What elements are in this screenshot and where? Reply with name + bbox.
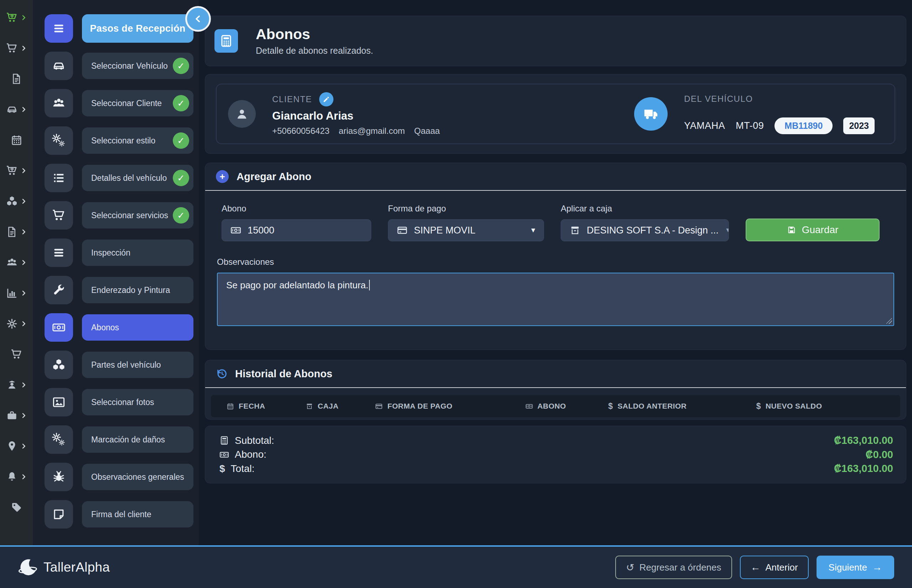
payment-method-select[interactable]: SINPE MOVIL ▼ [388, 219, 544, 241]
cart-icon [6, 42, 18, 54]
abono-history-panel: Historial de Abonos FECHA CAJA FORMA DE … [205, 360, 906, 420]
rail-item-statistics[interactable] [0, 278, 33, 308]
rail-item-clients[interactable] [0, 247, 33, 278]
rail-item-sales[interactable] [0, 33, 33, 63]
chevron-right-icon [21, 229, 27, 235]
client-phone: +50660056423 [272, 126, 329, 136]
rail-item-settings[interactable] [0, 308, 33, 339]
step-detalles-vehiculo[interactable]: Detalles del vehículo✓ [82, 165, 193, 191]
rail-item-notifications[interactable] [0, 461, 33, 492]
step-marcacion-danos[interactable]: Marcación de daños [82, 426, 193, 453]
main-content: Abonos Detalle de abonos realizados. CLI… [199, 0, 912, 545]
payment-method-label: Forma de pago [388, 204, 544, 213]
check-icon: ✓ [173, 170, 189, 186]
calendar-icon [11, 134, 23, 146]
steps-menu-button[interactable] [45, 14, 73, 43]
step-seleccionar-servicios[interactable]: Seleccionar servicios✓ [82, 202, 193, 228]
total-label: Total: [231, 463, 255, 475]
step-abonos[interactable]: Abonos [82, 314, 193, 341]
step-inspeccion[interactable]: Inspección [82, 239, 193, 266]
step-icon-observations[interactable] [45, 463, 73, 491]
client-vehicle-panel: CLIENTE Giancarlo Arias +50660056423 ari… [205, 74, 906, 154]
rail-item-staff[interactable] [0, 370, 33, 400]
vehicle-model: MT-09 [735, 120, 764, 131]
step-icon-inspection[interactable] [45, 239, 73, 267]
floppy-icon [787, 225, 796, 234]
bug-icon [52, 470, 66, 484]
cashbox-value: DESING SOFT S.A - Design ... [587, 225, 719, 236]
chevron-right-icon [21, 168, 27, 174]
step-partes-vehiculo[interactable]: Partes del vehículo [82, 352, 193, 378]
rail-item-tags[interactable] [0, 492, 33, 522]
step-icon-abonos[interactable] [45, 313, 73, 342]
chevron-right-icon [21, 260, 27, 265]
image-icon [52, 396, 66, 409]
step-observaciones-generales[interactable]: Observaciones generales [82, 464, 193, 490]
observations-textarea[interactable]: Se pago por adelantado la pintura. [217, 273, 894, 326]
chevron-right-icon [21, 198, 27, 204]
rail-item-reports-docs[interactable] [0, 216, 33, 247]
rail-item-inventory[interactable] [0, 186, 33, 216]
save-button[interactable]: Guardar [746, 218, 880, 241]
step-seleccionar-vehiculo[interactable]: Seleccionar Vehículo✓ [82, 53, 193, 79]
client-note: Qaaaa [414, 126, 440, 136]
next-button[interactable]: Siguiente → [816, 556, 894, 579]
rail-item-cart[interactable] [0, 339, 33, 370]
brand-name: TallerAlpha [44, 560, 110, 575]
step-icon-damage[interactable] [45, 425, 73, 454]
rail-item-jobs[interactable] [0, 400, 33, 431]
check-icon: ✓ [173, 207, 189, 223]
rail-item-vehicles[interactable] [0, 94, 33, 124]
abono-input[interactable]: 15000 [222, 219, 371, 241]
column-fecha: FECHA [227, 402, 306, 410]
sidebar-collapse-button[interactable] [185, 6, 211, 32]
step-firma-cliente[interactable]: Firma del cliente [82, 501, 193, 528]
page-header: Abonos Detalle de abonos realizados. [205, 16, 906, 66]
caret-down-icon: ▼ [725, 227, 729, 234]
rail-item-documents[interactable] [0, 63, 33, 94]
step-icon-style[interactable] [45, 126, 73, 155]
brand-logo: TallerAlpha [18, 557, 110, 577]
map-pin-icon [6, 440, 18, 452]
step-icon-client[interactable] [45, 89, 73, 118]
previous-button[interactable]: ← Anterior [740, 556, 809, 579]
bell-icon [6, 471, 18, 483]
gears-icon [52, 433, 66, 446]
rail-item-calendar[interactable] [0, 124, 33, 155]
app-icon-rail [0, 0, 33, 545]
step-icon-services[interactable] [45, 201, 73, 229]
step-icon-signature[interactable] [45, 500, 73, 528]
history-table-header: FECHA CAJA FORMA DE PAGO ABONO $SALDO AN… [211, 395, 900, 417]
step-icon-bodywork[interactable] [45, 276, 73, 304]
rail-item-locations[interactable] [0, 431, 33, 461]
money-bill-icon [230, 225, 241, 236]
step-icon-vehicle[interactable] [45, 52, 73, 80]
step-icon-photos[interactable] [45, 388, 73, 417]
column-abono: ABONO [525, 402, 609, 410]
step-enderezado-pintura[interactable]: Enderezado y Pintura [82, 277, 193, 303]
total-value: ₡163,010.00 [834, 463, 893, 475]
dollar-icon: $ [608, 402, 613, 411]
cashbox-select[interactable]: DESING SOFT S.A - Design ... ▼ [561, 219, 729, 241]
rail-item-purchases[interactable] [0, 155, 33, 186]
credit-card-icon [375, 402, 382, 410]
step-seleccionar-estilo[interactable]: Seleccionar estilo✓ [82, 128, 193, 154]
back-to-orders-button[interactable]: ↺ Regresar a órdenes [615, 556, 732, 579]
resize-handle[interactable] [886, 318, 892, 324]
add-abono-title: Agregar Abono [237, 171, 311, 183]
menu-icon [52, 22, 66, 35]
menu-icon [52, 246, 66, 260]
step-seleccionar-cliente[interactable]: Seleccionar Cliente✓ [82, 90, 193, 116]
total-row: $Total: ₡163,010.00 [219, 463, 893, 475]
step-seleccionar-fotos[interactable]: Seleccionar fotos [82, 389, 193, 415]
arrow-right-icon: → [872, 562, 882, 573]
document-icon [11, 73, 23, 85]
abono-total-row: Abono: ₡0.00 [219, 449, 893, 460]
text-cursor [369, 280, 370, 291]
edit-client-button[interactable] [319, 92, 334, 107]
step-icon-parts[interactable] [45, 351, 73, 379]
rail-item-new-sale[interactable] [0, 2, 33, 33]
people-icon [52, 97, 66, 110]
step-icon-details[interactable] [45, 164, 73, 192]
chevron-right-icon [21, 474, 27, 480]
